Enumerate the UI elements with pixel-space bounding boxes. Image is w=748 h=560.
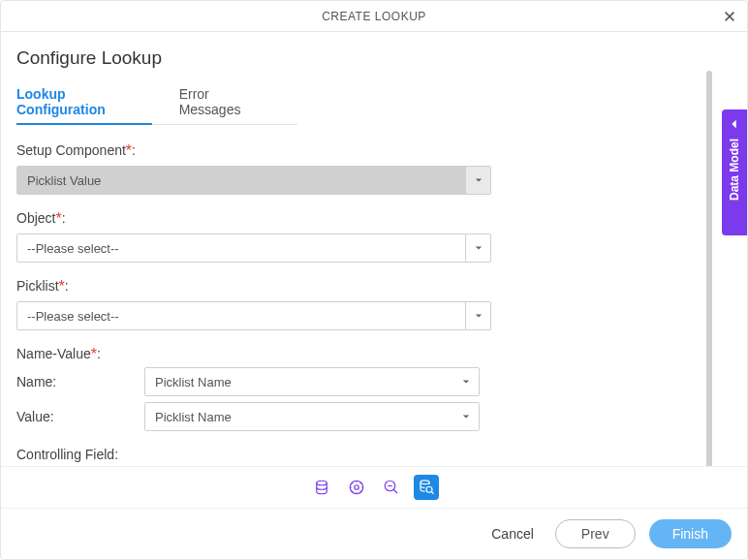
field-setup-component: Setup Component*: Picklist Value	[16, 142, 491, 195]
required-mark: *	[91, 346, 97, 362]
field-object: Object*: --Please select--	[16, 210, 491, 263]
select-nv-name[interactable]: Picklist Name	[144, 367, 480, 396]
zoom-out-icon	[383, 479, 400, 496]
svg-point-2	[355, 485, 359, 490]
cancel-button[interactable]: Cancel	[483, 520, 542, 547]
label-nv-value: Value:	[16, 409, 144, 424]
select-object[interactable]: --Please select--	[16, 233, 491, 263]
chevron-down-icon	[462, 378, 470, 386]
prev-button[interactable]: Prev	[555, 519, 636, 548]
svg-line-8	[431, 492, 433, 494]
row-name: Name: Picklist Name	[16, 367, 491, 396]
field-name-value: Name-Value*: Name: Picklist Name Value: …	[16, 346, 491, 431]
gear-icon	[348, 479, 365, 496]
finish-button[interactable]: Finish	[649, 519, 732, 548]
chevron-left-icon	[728, 117, 741, 131]
select-picklist[interactable]: --Please select--	[16, 301, 491, 330]
content-area: Configure Lookup Lookup Configuration Er…	[1, 32, 747, 466]
select-setup-component[interactable]: Picklist Value	[16, 166, 491, 195]
tab-bar: Lookup Configuration Error Messages	[16, 80, 297, 125]
select-nv-value-value: Picklist Name	[145, 403, 453, 430]
database-icon	[313, 479, 330, 496]
select-setup-component-arrow[interactable]	[465, 167, 490, 194]
chevron-down-icon	[475, 312, 483, 320]
required-mark: *	[59, 278, 65, 295]
required-mark: *	[55, 210, 61, 227]
side-tab-data-model[interactable]: Data Model	[722, 109, 747, 235]
scrollbar-thumb[interactable]	[706, 71, 712, 466]
modal-header: CREATE LOOKUP	[1, 1, 747, 32]
scrollbar[interactable]	[706, 71, 712, 466]
modal-footer: Cancel Prev Finish	[1, 509, 747, 559]
chevron-down-icon	[462, 413, 470, 420]
close-icon	[723, 10, 736, 23]
icon-toolbar	[1, 466, 747, 509]
modal-title: CREATE LOOKUP	[322, 10, 426, 23]
tool-zoom-out[interactable]	[379, 475, 404, 500]
field-picklist: Picklist*: --Please select--	[16, 278, 491, 330]
select-nv-name-arrow[interactable]	[453, 368, 479, 395]
select-picklist-arrow[interactable]	[465, 302, 490, 329]
create-lookup-modal: CREATE LOOKUP Configure Lookup Lookup Co…	[0, 0, 748, 560]
required-mark: *	[126, 142, 132, 159]
label-setup-component: Setup Component*:	[16, 142, 491, 160]
field-controlling-field: Controlling Field:	[16, 447, 491, 466]
chevron-down-icon	[475, 176, 483, 184]
tool-database[interactable]	[309, 475, 334, 500]
select-object-value: --Please select--	[17, 234, 465, 262]
close-button[interactable]	[718, 5, 741, 28]
tool-gear[interactable]	[344, 475, 369, 500]
database-search-icon	[418, 479, 435, 496]
chevron-down-icon	[475, 244, 483, 252]
select-picklist-value: --Please select--	[17, 302, 465, 329]
select-nv-value[interactable]: Picklist Name	[144, 402, 480, 431]
side-tab-label: Data Model	[728, 139, 741, 201]
label-picklist: Picklist*:	[16, 278, 491, 296]
label-controlling-field: Controlling Field:	[16, 447, 491, 462]
tool-database-search[interactable]	[414, 475, 439, 500]
label-object: Object*:	[16, 210, 491, 228]
label-name-value: Name-Value*:	[16, 346, 491, 363]
select-nv-name-value: Picklist Name	[145, 368, 453, 395]
svg-line-4	[393, 489, 397, 493]
select-nv-value-arrow[interactable]	[453, 403, 479, 430]
svg-point-6	[421, 481, 429, 484]
tab-lookup-configuration[interactable]: Lookup Configuration	[16, 80, 152, 125]
modal-body: Configure Lookup Lookup Configuration Er…	[1, 32, 747, 466]
svg-point-7	[426, 486, 432, 492]
svg-point-0	[317, 481, 327, 485]
label-nv-name: Name:	[16, 374, 144, 389]
row-value: Value: Picklist Name	[16, 402, 491, 431]
select-setup-component-value: Picklist Value	[17, 167, 465, 194]
select-object-arrow[interactable]	[465, 234, 490, 262]
tab-error-messages[interactable]: Error Messages	[179, 80, 270, 124]
page-title: Configure Lookup	[16, 47, 747, 69]
